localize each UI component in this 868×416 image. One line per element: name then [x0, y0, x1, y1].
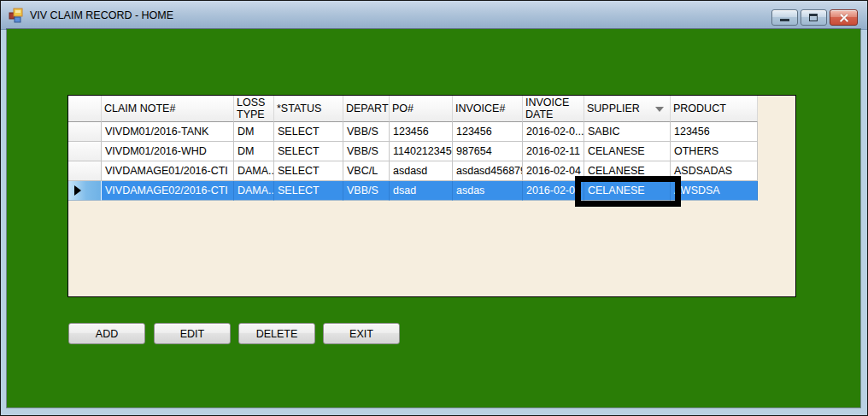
cell-invoice-no[interactable]: asdas: [453, 181, 523, 201]
grid-corner-header[interactable]: [68, 96, 102, 122]
cell-product[interactable]: 123456: [671, 122, 758, 142]
cell-loss-type[interactable]: DM: [234, 122, 274, 142]
close-button[interactable]: [830, 9, 858, 26]
minimize-icon: [780, 19, 789, 21]
close-icon: [830, 10, 857, 25]
minimize-button[interactable]: [771, 9, 798, 26]
cell-invoice-no[interactable]: 123456: [453, 122, 523, 142]
cell-loss-type[interactable]: DAMA...: [234, 181, 274, 201]
col-header-loss-type[interactable]: LOSS TYPE: [234, 96, 274, 122]
exit-button[interactable]: EXIT: [323, 323, 400, 344]
table-row: VIVDAMAGE01/2016-CTI DAMA... SELECT VBC/…: [68, 161, 795, 181]
col-header-invoice-date[interactable]: INVOICE DATE: [523, 96, 584, 122]
col-header-department[interactable]: DEPARTMENT: [343, 96, 390, 122]
maximize-button[interactable]: [801, 9, 827, 26]
form-icon: [9, 8, 24, 23]
cell-department[interactable]: VBB/S: [343, 142, 390, 161]
cell-claim-note[interactable]: VIVDAMAGE02/2016-CTI: [102, 181, 234, 201]
cell-invoice-date[interactable]: 2016-02-11: [523, 142, 584, 161]
table-row: VIVDM01/2016-TANK DM SELECT VBB/S 123456…: [68, 122, 795, 142]
cell-status[interactable]: SELECT: [274, 161, 343, 181]
dropdown-arrow-icon[interactable]: [655, 107, 664, 112]
cell-department[interactable]: VBB/S: [343, 181, 390, 201]
cell-invoice-no[interactable]: 987654: [453, 142, 523, 161]
cell-invoice-no[interactable]: asdasd456879: [453, 161, 523, 181]
window-title: VIV CLAIM RECORD - HOME: [30, 9, 173, 21]
cell-po[interactable]: asdasd: [390, 161, 453, 181]
row-header[interactable]: [68, 161, 102, 181]
col-header-supplier-label: SUPPLIER: [587, 103, 640, 114]
cell-status[interactable]: SELECT: [274, 142, 343, 161]
annotation-highlight-rectangle: [575, 176, 681, 207]
cell-status[interactable]: SELECT: [274, 181, 343, 201]
row-header-current[interactable]: [68, 181, 102, 201]
maximize-icon: [809, 14, 818, 21]
cell-po[interactable]: 11402123456: [390, 142, 453, 161]
col-header-status[interactable]: *STATUS: [274, 96, 343, 122]
col-header-supplier[interactable]: SUPPLIER: [584, 96, 671, 122]
window-controls: [771, 9, 858, 26]
cell-product[interactable]: AWSDSA: [671, 181, 758, 201]
claims-datagrid: CLAIM NOTE# LOSS TYPE *STATUS DEPARTMENT…: [67, 95, 796, 297]
cell-claim-note[interactable]: VIVDM01/2016-WHD: [102, 142, 234, 161]
row-header[interactable]: [68, 122, 102, 142]
cell-claim-note[interactable]: VIVDM01/2016-TANK: [102, 122, 234, 142]
cell-status[interactable]: SELECT: [274, 122, 343, 142]
edit-button[interactable]: EDIT: [154, 323, 231, 344]
app-window: VIV CLAIM RECORD - HOME CLAIM NOTE# LOSS…: [0, 0, 868, 416]
add-button[interactable]: ADD: [68, 323, 145, 344]
cell-supplier[interactable]: CELANESE: [584, 142, 671, 161]
current-row-indicator-icon: [74, 185, 81, 196]
cell-claim-note[interactable]: VIVDAMAGE01/2016-CTI: [102, 161, 234, 181]
table-row: VIVDM01/2016-WHD DM SELECT VBB/S 1140212…: [68, 142, 795, 161]
table-row-selected: VIVDAMAGE02/2016-CTI DAMA... SELECT VBB/…: [68, 181, 795, 201]
delete-button[interactable]: DELETE: [238, 323, 315, 344]
grid-header-row: CLAIM NOTE# LOSS TYPE *STATUS DEPARTMENT…: [68, 96, 795, 122]
col-header-claim-note[interactable]: CLAIM NOTE#: [102, 96, 234, 122]
cell-department[interactable]: VBB/S: [343, 122, 390, 142]
title-bar[interactable]: VIV CLAIM RECORD - HOME: [1, 1, 867, 30]
cell-invoice-date[interactable]: 2016-02-0...: [523, 122, 584, 142]
cell-po[interactable]: 123456: [390, 122, 453, 142]
cell-product[interactable]: ASDSADAS: [671, 161, 758, 181]
cell-product[interactable]: OTHERS: [671, 142, 758, 161]
cell-supplier[interactable]: SABIC: [584, 122, 671, 142]
cell-loss-type[interactable]: DAMA...: [234, 161, 274, 181]
row-header[interactable]: [68, 142, 102, 161]
col-header-product[interactable]: PRODUCT: [671, 96, 758, 122]
cell-department[interactable]: VBC/L: [343, 161, 390, 181]
cell-po[interactable]: dsad: [390, 181, 453, 201]
cell-loss-type[interactable]: DM: [234, 142, 274, 161]
col-header-po[interactable]: PO#: [390, 96, 453, 122]
col-header-invoice-no[interactable]: INVOICE#: [453, 96, 523, 122]
